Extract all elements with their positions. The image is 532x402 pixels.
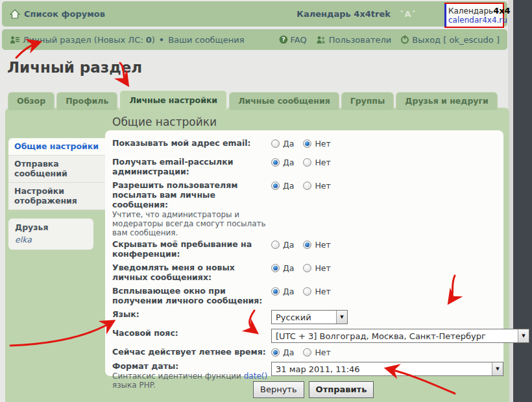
setting-row-timezone: Часовой пояс:[UTC + 3] Волгоград, Москва…	[105, 328, 503, 343]
radio-label: Да	[283, 348, 294, 357]
language-select[interactable]: Русский▼	[271, 310, 348, 324]
radio-option-admin-emails[interactable]: Да	[271, 158, 294, 167]
dropdown-arrow-icon[interactable]: ▼	[336, 311, 347, 324]
nav-bar: Личный раздел (Новых ЛС: 0) • Ваши сообщ…	[2, 29, 507, 50]
setting-row-hide-online: Скрывать моё пребывание на конференции:Д…	[105, 239, 503, 259]
radio-label: Нет	[315, 287, 330, 296]
faq-label: FAQ	[291, 35, 307, 45]
setting-note: Синтаксис идентичен функции date() языка…	[112, 372, 271, 390]
radio-label: Да	[283, 139, 294, 148]
radio-option-popup-pm[interactable]: Нет	[303, 287, 330, 296]
sidebar-item[interactable]: Отправка сообщений	[8, 156, 107, 183]
logo-accent-bar	[444, 4, 446, 27]
setting-control: ДаНет	[271, 239, 340, 259]
faq-link[interactable]: ? FAQ	[279, 35, 307, 45]
tab-1[interactable]: Профиль	[56, 92, 117, 110]
forum-user-control-panel: Список форумов Календарь 4x4trek ˅A˄ Кал…	[0, 0, 532, 402]
setting-row-dst: Сейчас действует летнее время:ДаНет	[105, 347, 503, 357]
section-heading: Общие настройки	[112, 115, 217, 128]
setting-note: Учтите, что администраторы и модераторы …	[112, 210, 271, 237]
select-value: 31 мар 2011, 11:46	[276, 364, 360, 374]
sidebar-item[interactable]: Общие настройки	[8, 138, 107, 156]
setting-label-text: Скрывать моё пребывание на конференции:	[112, 239, 252, 259]
radio-option-allow-pm[interactable]: Нет	[303, 181, 330, 191]
radio-button[interactable]	[303, 241, 311, 249]
setting-label: Получать email-рассылки администрации:	[112, 157, 271, 176]
radio-option-notify-pm[interactable]: Нет	[303, 263, 330, 273]
radio-option-show-email[interactable]: Да	[271, 139, 294, 148]
note-link[interactable]: date()	[244, 372, 267, 381]
setting-control: ДаНет	[271, 180, 340, 237]
dropdown-arrow-icon[interactable]: ▼	[492, 362, 503, 375]
friend-link[interactable]: elka	[15, 235, 87, 244]
forum-list-label: Список форумов	[24, 9, 105, 19]
radio-button[interactable]	[303, 182, 311, 190]
separator-dot: •	[159, 35, 164, 45]
radio-button[interactable]	[271, 287, 280, 296]
radio-option-admin-emails[interactable]: Нет	[303, 158, 330, 167]
radio-label: Да	[283, 158, 294, 167]
radio-option-popup-pm[interactable]: Да	[271, 287, 294, 296]
radio-button[interactable]	[271, 139, 280, 148]
radio-option-dst[interactable]: Да	[271, 348, 294, 357]
setting-label-text: Часовой пояс:	[112, 328, 178, 338]
header-bar: Список форумов Календарь 4x4trek ˅A˄	[2, 1, 507, 27]
logout-label: Выход [ ok_escudo ]	[412, 35, 500, 45]
setting-label-text: Разрешить пользователям посылать вам лич…	[112, 180, 237, 209]
main-panel: Общие настройки Общие настройкиОтправка …	[5, 108, 509, 402]
tab-0[interactable]: Обзор	[8, 92, 54, 110]
private-section-label: Личный раздел (Новых ЛС: 0)	[23, 35, 155, 45]
home-icon	[10, 9, 20, 19]
users-icon	[316, 36, 326, 44]
setting-label: Часовой пояс:	[112, 328, 271, 343]
radio-button[interactable]	[303, 287, 311, 296]
tab-4[interactable]: Группы	[341, 92, 394, 110]
radio-option-notify-pm[interactable]: Да	[271, 263, 294, 273]
setting-row-notify-pm: Уведомлять меня о новых личных сообщения…	[105, 263, 503, 282]
setting-label: Уведомлять меня о новых личных сообщения…	[112, 263, 271, 282]
sidebar-item[interactable]: Настройки отображения	[8, 183, 107, 210]
radio-button[interactable]	[303, 348, 311, 357]
radio-option-hide-online[interactable]: Нет	[303, 240, 330, 250]
logout-link[interactable]: Выход [ ok_escudo ]	[400, 35, 500, 45]
dropdown-arrow-icon[interactable]: ▼	[518, 329, 529, 342]
radio-option-allow-pm[interactable]: Да	[271, 181, 294, 191]
tab-personal-settings[interactable]: Личные настройки	[119, 90, 227, 110]
radio-button[interactable]	[271, 348, 280, 357]
setting-control: ДаНет	[271, 286, 340, 305]
setting-label: Показывать мой адрес email:	[112, 138, 271, 148]
tab-5[interactable]: Друзья и недруги	[396, 92, 497, 110]
your-messages-link[interactable]: Ваши сообщения	[168, 35, 244, 45]
radio-button[interactable]	[303, 264, 311, 272]
private-section-link[interactable]: Личный раздел (Новых ЛС: 0)	[10, 35, 155, 45]
radio-label: Нет	[315, 181, 330, 191]
radio-button[interactable]	[303, 139, 311, 148]
date-format-select[interactable]: 31 мар 2011, 11:46▼	[271, 362, 503, 376]
radio-option-show-email[interactable]: Нет	[303, 139, 330, 148]
radio-button[interactable]	[271, 158, 280, 167]
users-link[interactable]: Пользователи	[316, 35, 392, 45]
radio-button[interactable]	[271, 182, 280, 190]
forum-list-link[interactable]: Список форумов	[10, 9, 105, 19]
reset-button[interactable]: Вернуть	[253, 381, 304, 398]
radio-button[interactable]	[271, 264, 280, 272]
timezone-select[interactable]: [UTC + 3] Волгоград, Москва, Санкт-Петер…	[271, 329, 529, 343]
setting-label-text: Формат даты:	[112, 361, 178, 371]
radio-label: Нет	[315, 139, 330, 148]
radio-button[interactable]	[271, 241, 280, 249]
radio-option-hide-online[interactable]: Да	[271, 240, 294, 250]
setting-label: Формат даты:Синтаксис идентичен функции …	[112, 361, 271, 390]
submit-button[interactable]: Отправить	[309, 381, 374, 398]
tab-3[interactable]: Личные сообщения	[229, 92, 339, 110]
radio-button[interactable]	[303, 158, 311, 167]
calendar4x4-logo[interactable]: Календарь4x4 calendar4x4.ru	[444, 3, 504, 28]
radio-label: Да	[283, 181, 294, 191]
font-size-widget[interactable]: ˅A˄	[400, 9, 417, 19]
setting-row-show-email: Показывать мой адрес email:ДаНет	[105, 138, 503, 148]
radio-label: Да	[283, 287, 294, 296]
radio-label: Нет	[315, 240, 330, 250]
tab-bar: ОбзорПрофильЛичные настройкиЛичные сообщ…	[8, 90, 498, 110]
radio-label: Да	[283, 263, 294, 273]
note-text: Учтите, что администраторы и модераторы …	[112, 210, 266, 237]
radio-option-dst[interactable]: Нет	[303, 348, 330, 357]
